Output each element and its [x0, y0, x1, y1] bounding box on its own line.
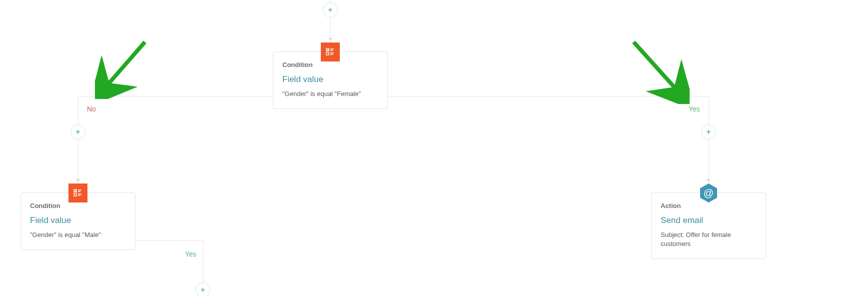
add-node-button[interactable]: + — [701, 124, 716, 140]
node-title: Send email — [661, 216, 757, 226]
connector-line — [388, 96, 709, 96]
node-type-label: Action — [661, 202, 757, 210]
node-title: Field value — [30, 216, 126, 226]
svg-rect-3 — [326, 52, 329, 55]
checklist-icon — [321, 42, 340, 62]
svg-line-15 — [634, 42, 680, 93]
add-node-button[interactable]: + — [195, 282, 210, 296]
branch-label-no: No — [87, 105, 96, 113]
node-action-send-email[interactable]: @ Action Send email Subject: Offer for f… — [651, 192, 766, 259]
arrowhead-icon — [328, 38, 332, 41]
branch-label-yes: Yes — [185, 250, 196, 258]
svg-rect-9 — [74, 194, 76, 196]
branch-label-yes: Yes — [689, 105, 700, 113]
svg-text:@: @ — [704, 188, 714, 198]
at-sign-icon: @ — [699, 183, 719, 203]
node-description: Subject: Offer for female customers — [661, 230, 757, 248]
node-type-label: Condition — [282, 61, 378, 68]
node-type-label: Condition — [30, 202, 126, 210]
connector-line — [709, 96, 709, 184]
node-description: "Gender" is equal "Female" — [282, 90, 378, 98]
add-node-button[interactable]: + — [323, 2, 338, 18]
workflow-canvas[interactable]: + Condition Field value "Gender" is equa… — [0, 0, 868, 296]
connector-line — [78, 96, 78, 184]
add-node-button[interactable]: + — [70, 124, 85, 140]
arrowhead-icon — [76, 179, 80, 182]
annotation-arrow-icon — [630, 39, 690, 104]
svg-line-14 — [104, 42, 145, 89]
node-title: Field value — [282, 74, 378, 84]
connector-line — [135, 240, 203, 240]
checklist-icon — [68, 184, 87, 202]
arrowhead-icon — [707, 179, 711, 182]
node-condition-female[interactable]: Condition Field value "Gender" is equal … — [273, 52, 388, 109]
node-description: "Gender" is equal "Male" — [30, 230, 126, 240]
node-condition-male[interactable]: Condition Field value "Gender" is equal … — [20, 192, 135, 250]
annotation-arrow-icon — [95, 39, 150, 99]
connector-line — [78, 96, 273, 96]
